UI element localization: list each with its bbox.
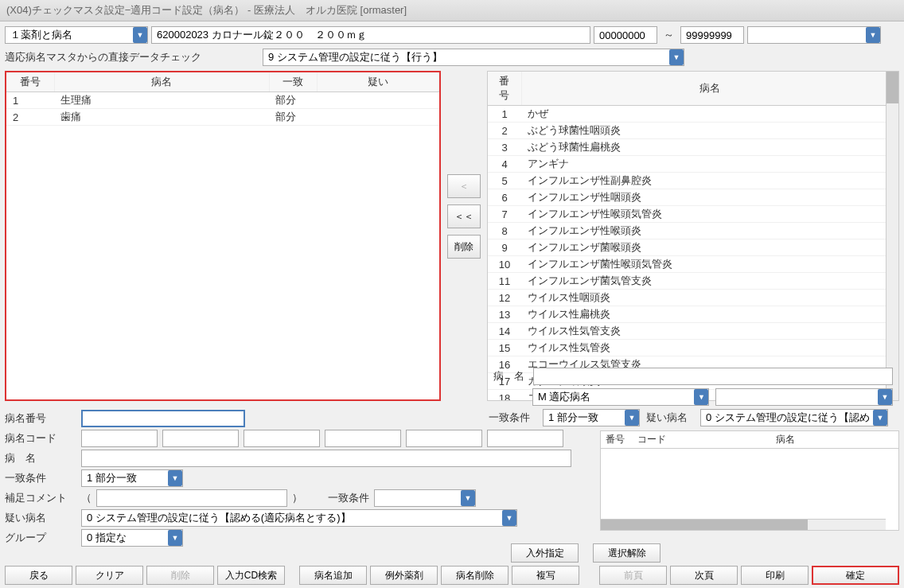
range-from[interactable] [594, 26, 657, 44]
paren-left: （ [81, 491, 92, 505]
bottom-bar: 戻る クリア 削除 入力CD検索 病名追加 例外薬剤 病名削除 複写 前頁 次頁… [5, 566, 899, 585]
rr-scroll-h[interactable] [601, 519, 886, 530]
chevron-down-icon[interactable]: ▼ [873, 410, 887, 426]
right-th-name: 病名 [521, 72, 898, 106]
code-input-5[interactable] [406, 430, 482, 447]
table-row[interactable]: 11インフルエンザ菌気管支炎 [488, 273, 886, 290]
right-blank2[interactable] [715, 388, 893, 406]
label-match-cond: 一致条件 [5, 471, 76, 485]
right-table-body[interactable]: 1かぜ2ぶどう球菌性咽頭炎3ぶどう球菌性扁桃炎4アンギナ5インフルエンザ性副鼻腔… [488, 106, 886, 400]
paren-right: ） [292, 491, 302, 505]
table-row[interactable]: 10インフルエンザ菌性喉頭気管炎 [488, 256, 886, 273]
right-suspect-select[interactable] [700, 409, 888, 426]
row-2: 適応病名マスタからの直接データチェック ▼ [0, 49, 904, 71]
main-area: 番号 病名 一致 疑い 1生理痛部分2歯痛部分 ＜ ＜＜ 削除 番号 病名 [0, 71, 904, 401]
disease-name-input[interactable] [81, 450, 571, 467]
code-input-2[interactable] [162, 430, 239, 447]
clear-button[interactable]: クリア [76, 566, 143, 585]
move-all-left-button[interactable]: ＜＜ [447, 204, 481, 228]
code-input-4[interactable] [325, 430, 401, 447]
left-th-suspect: 疑い [317, 72, 439, 92]
top-row: ▼ ～ ▼ [0, 21, 904, 49]
range-to[interactable] [680, 26, 744, 44]
table-row[interactable]: 2ぶどう球菌性咽頭炎 [488, 123, 886, 139]
right-name-label: 病 名 [493, 369, 527, 384]
table-row[interactable]: 1生理痛部分 [6, 92, 439, 109]
label-comment: 補足コメント [5, 491, 76, 505]
table-row[interactable]: 9インフルエンザ菌喉頭炎 [488, 239, 886, 256]
rr-h-no: 番号 [601, 431, 633, 448]
inout-button[interactable]: 入外指定 [511, 543, 579, 563]
table-row[interactable]: 15ウイルス性気管炎 [488, 340, 886, 356]
left-panel: 番号 病名 一致 疑い 1生理痛部分2歯痛部分 [5, 71, 441, 401]
chevron-down-icon[interactable]: ▼ [878, 389, 892, 405]
code-input-6[interactable] [487, 430, 563, 447]
print-button[interactable]: 印刷 [741, 566, 809, 585]
left-table: 番号 病名 一致 疑い [6, 72, 439, 92]
table-row[interactable]: 7インフルエンザ性喉頭気管炎 [488, 206, 886, 223]
table-row[interactable]: 12ウイルス性咽頭炎 [488, 290, 886, 306]
delete-disease-button[interactable]: 病名削除 [441, 566, 509, 585]
chevron-down-icon[interactable]: ▼ [133, 27, 147, 43]
left-th-match: 一致 [269, 72, 317, 92]
table-row[interactable]: 1かぜ [488, 106, 886, 123]
label-suspect-disease: 疑い病名 [5, 511, 76, 525]
chevron-down-icon[interactable]: ▼ [625, 410, 639, 426]
right-scrollbar[interactable] [886, 72, 898, 400]
disease-no-input[interactable] [81, 410, 245, 427]
chevron-down-icon[interactable]: ▼ [669, 49, 684, 65]
rr-h-code: コード [633, 431, 672, 448]
chevron-down-icon[interactable]: ▼ [168, 530, 182, 546]
code-input-1[interactable] [81, 430, 158, 447]
check-select[interactable] [263, 49, 684, 66]
left-th-no: 番号 [6, 72, 54, 92]
lower-form: 病名番号 病名コード 病 名 一致条件 ▼ 補足コメント （ ） 一致条件 ▼ … [0, 404, 595, 552]
right-panel: 番号 病名 1かぜ2ぶどう球菌性咽頭炎3ぶどう球菌性扁桃炎4アンギナ5インフルエ… [487, 71, 899, 401]
copy-button[interactable]: 複写 [512, 566, 579, 585]
table-row[interactable]: 6インフルエンザ性咽頭炎 [488, 189, 886, 206]
delete-button[interactable]: 削除 [146, 566, 214, 585]
table-row[interactable]: 5インフルエンザ性副鼻腔炎 [488, 173, 886, 189]
left-table-body[interactable]: 1生理痛部分2歯痛部分 [6, 92, 439, 399]
direct-check-label: 適応病名マスタからの直接データチェック [5, 50, 259, 64]
label-disease-name: 病 名 [5, 451, 76, 465]
label-group: グループ [5, 531, 76, 545]
table-row[interactable]: 14ウイルス性気管支炎 [488, 323, 886, 340]
suspect-disease-select[interactable] [81, 509, 517, 527]
right-type-select[interactable] [532, 388, 710, 406]
prev-page-button[interactable]: 前頁 [599, 566, 667, 585]
back-button[interactable]: 戻る [5, 566, 72, 585]
comment-input[interactable] [96, 489, 287, 507]
chevron-down-icon[interactable]: ▼ [694, 389, 708, 405]
chevron-down-icon[interactable]: ▼ [168, 470, 182, 486]
type-select[interactable] [5, 26, 148, 44]
sample-drug-button[interactable]: 例外薬剤 [370, 566, 438, 585]
move-left-button[interactable]: ＜ [447, 174, 481, 198]
right-th-no: 番号 [488, 72, 521, 106]
label-disease-no: 病名番号 [5, 411, 76, 426]
right-suspect-label: 疑い病名 [646, 411, 694, 425]
chevron-down-icon[interactable]: ▼ [502, 510, 516, 526]
window-title: (X04)チェックマスタ設定−適用コード設定（病名） - 医療法人 オルカ医院 … [0, 0, 904, 21]
middle-delete-button[interactable]: 削除 [447, 235, 481, 259]
table-row[interactable]: 8インフルエンザ性喉頭炎 [488, 223, 886, 239]
label-comment-cond: 一致条件 [328, 491, 369, 505]
confirm-button[interactable]: 確定 [812, 566, 899, 585]
next-page-button[interactable]: 次頁 [670, 566, 738, 585]
cd-search-button[interactable]: 入力CD検索 [217, 566, 285, 585]
middle-buttons: ＜ ＜＜ 削除 [444, 71, 484, 401]
blank-select[interactable] [747, 26, 881, 44]
add-disease-button[interactable]: 病名追加 [299, 566, 367, 585]
table-row[interactable]: 13ウイルス性扁桃炎 [488, 306, 886, 323]
right-name-input[interactable] [533, 368, 893, 385]
code-input[interactable] [151, 26, 590, 44]
release-button[interactable]: 選択解除 [593, 543, 660, 563]
table-row[interactable]: 4アンギナ [488, 156, 886, 173]
right-table: 番号 病名 [488, 72, 898, 106]
table-row[interactable]: 2歯痛部分 [6, 109, 439, 126]
table-row[interactable]: 3ぶどう球菌性扁桃炎 [488, 139, 886, 156]
code-input-3[interactable] [244, 430, 320, 447]
chevron-down-icon[interactable]: ▼ [866, 27, 880, 43]
label-disease-code: 病名コード [5, 431, 76, 446]
chevron-down-icon[interactable]: ▼ [461, 490, 475, 506]
